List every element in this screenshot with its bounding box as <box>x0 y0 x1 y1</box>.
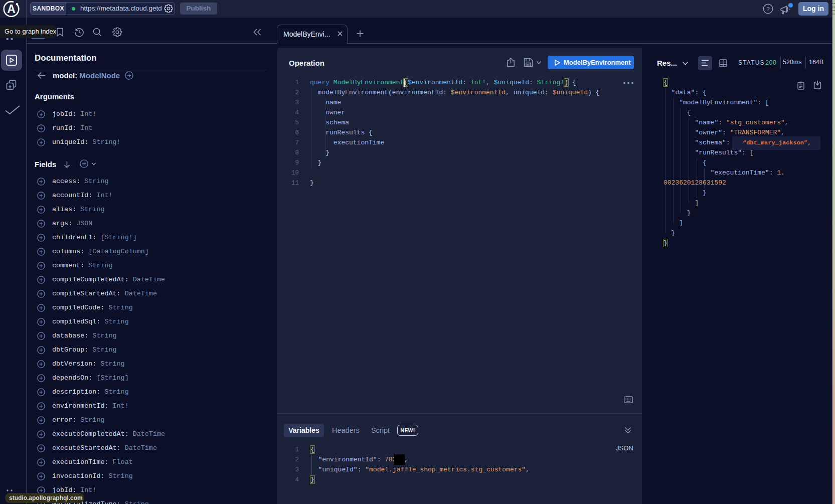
svg-text:A: A <box>7 3 16 16</box>
svg-text:?: ? <box>766 6 769 12</box>
